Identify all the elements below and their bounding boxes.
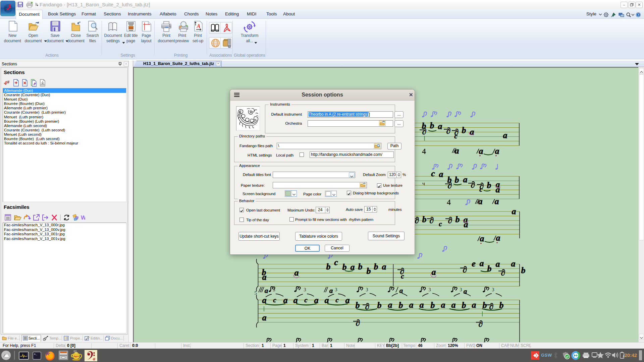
svg-text:b: b	[431, 300, 435, 310]
svg-text:∂: ∂	[422, 127, 427, 136]
svg-text:3: 3	[366, 287, 368, 292]
svg-text:c: c	[304, 296, 308, 304]
svg-text:a: a	[463, 175, 468, 184]
svg-text:A: A	[197, 23, 201, 29]
svg-text:4: 4	[4, 80, 7, 86]
svg-text:b: b	[374, 262, 378, 272]
svg-text:a: a	[451, 300, 456, 310]
svg-text:∂: ∂	[479, 319, 483, 329]
svg-text:4: 4	[422, 147, 426, 156]
svg-text:∂: ∂	[446, 126, 451, 136]
svg-text:b: b	[521, 265, 526, 275]
svg-text:b: b	[367, 266, 371, 276]
svg-text:c: c	[401, 272, 404, 280]
svg-text:a: a	[511, 259, 516, 268]
svg-text:b: b	[487, 264, 492, 274]
svg-text:b: b	[462, 125, 466, 135]
svg-text:a: a	[388, 300, 392, 310]
svg-text:a: a	[439, 169, 443, 179]
svg-text:a: a	[512, 206, 516, 216]
svg-text:b: b	[422, 215, 427, 224]
svg-text:c: c	[335, 296, 339, 304]
svg-text:b: b	[430, 121, 434, 130]
svg-text:a: a	[294, 268, 299, 278]
svg-text:b: b	[455, 215, 460, 224]
svg-text:a: a	[495, 196, 499, 206]
svg-text:a: a	[480, 258, 484, 268]
svg-text:a: a	[480, 234, 484, 243]
svg-text:c: c	[439, 220, 442, 228]
svg-text:a: a	[464, 220, 468, 229]
svg-text:a: a	[503, 130, 507, 140]
svg-text:a: a	[432, 267, 436, 277]
svg-text:a: a	[420, 300, 424, 310]
svg-text:3: 3	[492, 287, 494, 292]
svg-text:>_: >_	[34, 353, 37, 356]
svg-text:a: a	[495, 146, 499, 156]
svg-text:#: #	[7, 79, 10, 84]
svg-text:3: 3	[429, 287, 431, 292]
svg-text:b: b	[342, 262, 347, 272]
svg-text:3: 3	[335, 287, 337, 292]
svg-text:a: a	[262, 313, 267, 322]
svg-text:b: b	[487, 180, 491, 190]
svg-text:b: b	[455, 175, 459, 185]
svg-text:c: c	[273, 296, 276, 304]
svg-text:∂: ∂	[356, 318, 360, 328]
svg-text:a: a	[496, 233, 500, 243]
svg-text:W: W	[81, 215, 85, 221]
svg-text:c: c	[454, 132, 458, 140]
svg-text:c: c	[334, 257, 338, 267]
svg-text:b: b	[326, 262, 331, 272]
svg-text:a: a	[265, 287, 268, 295]
svg-text:ч: ч	[422, 181, 425, 186]
svg-text:a: a	[329, 287, 333, 295]
svg-text:b: b	[377, 300, 382, 310]
svg-text:b: b	[462, 300, 466, 310]
svg-text:b: b	[399, 300, 403, 310]
svg-text:a: a	[262, 272, 267, 282]
svg-text:c: c	[479, 185, 483, 193]
svg-text:b: b	[358, 262, 363, 272]
svg-text:∂: ∂	[415, 216, 419, 225]
svg-text:3: 3	[460, 287, 462, 292]
svg-text:∂: ∂	[448, 216, 452, 225]
svg-text:∂: ∂	[448, 181, 452, 190]
svg-text:a: a	[93, 356, 95, 361]
svg-text:∂: ∂	[501, 268, 505, 278]
svg-text:a: a	[409, 300, 414, 310]
svg-text:a: a	[479, 146, 483, 156]
svg-text:a: a	[496, 185, 500, 194]
svg-text:3: 3	[304, 287, 306, 292]
svg-text:b: b	[356, 300, 360, 310]
svg-text:e: e	[472, 259, 476, 268]
svg-text:3: 3	[273, 287, 275, 292]
svg-text:5: 5	[255, 291, 257, 296]
svg-text:a: a	[438, 121, 442, 131]
svg-text:?: ?	[638, 13, 639, 17]
svg-text:∂: ∂	[463, 265, 467, 275]
svg-text:a: a	[441, 300, 445, 310]
svg-text:c: c	[431, 169, 435, 178]
svg-text:a: a	[478, 196, 483, 206]
svg-text:a: a	[382, 262, 386, 272]
svg-text:a: a	[496, 259, 500, 269]
svg-text:a: a	[283, 295, 288, 305]
svg-text:a: a	[472, 300, 476, 310]
svg-text:a: a	[455, 146, 459, 156]
svg-text:a: a	[470, 127, 474, 137]
svg-text:b: b	[483, 300, 487, 310]
svg-text:∂: ∂	[471, 180, 475, 190]
svg-text:∂: ∂	[430, 216, 434, 225]
svg-text:4: 4	[447, 198, 451, 206]
